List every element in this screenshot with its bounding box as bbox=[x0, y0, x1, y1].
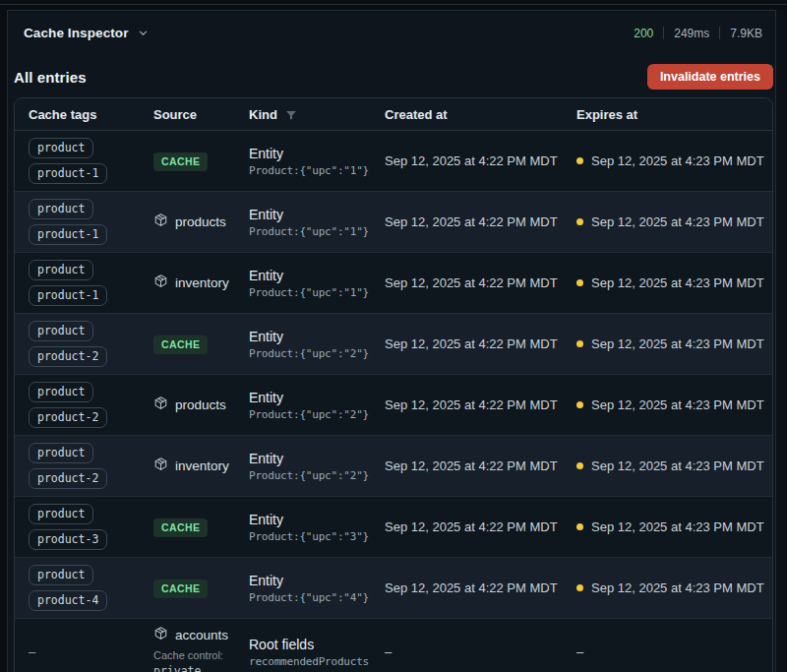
service-name: inventory bbox=[175, 458, 229, 473]
cache-tag-chip: product bbox=[29, 565, 93, 585]
expires-dot-icon bbox=[576, 462, 583, 469]
kind-detail: Product:{"upc":"2"} bbox=[249, 469, 371, 482]
table-row[interactable]: productproduct-1 CACHE Entity Product:{"… bbox=[15, 131, 772, 191]
empty-value: – bbox=[29, 644, 35, 659]
cache-tags-cell: productproduct-1 bbox=[15, 199, 140, 245]
cache-tags-cell: productproduct-2 bbox=[15, 382, 140, 428]
source-cell: products bbox=[140, 396, 235, 414]
source-cell: CACHE bbox=[140, 335, 235, 354]
cache-tag-chip: product-2 bbox=[29, 346, 107, 367]
table-row[interactable]: productproduct-4 CACHE Entity Product:{"… bbox=[15, 557, 772, 618]
column-header-created-at: Created at bbox=[371, 107, 563, 122]
cache-source-badge: CACHE bbox=[153, 336, 208, 354]
source-cell: CACHE bbox=[140, 518, 235, 537]
source-cell: inventory bbox=[140, 274, 235, 292]
created-at-cell: Sep 12, 2025 at 4:22 PM MDT bbox=[371, 275, 563, 290]
kind-detail: recommendedProducts bbox=[249, 655, 371, 668]
source-cell: CACHE bbox=[140, 152, 235, 171]
expires-dot-icon bbox=[576, 218, 583, 225]
table-row[interactable]: productproduct-2 CACHE Entity Product:{"… bbox=[15, 313, 772, 374]
cache-control-label: Cache control: bbox=[153, 649, 235, 661]
cache-entries-table: Cache tags Source Kind Created at Expire… bbox=[14, 97, 773, 672]
chevron-down-icon bbox=[138, 28, 149, 38]
service-name: products bbox=[175, 214, 226, 229]
expires-at-cell: Sep 12, 2025 at 4:23 PM MDT bbox=[563, 336, 772, 351]
expires-at-text: Sep 12, 2025 at 4:23 PM MDT bbox=[591, 336, 764, 351]
expires-at-cell: Sep 12, 2025 at 4:23 PM MDT bbox=[563, 519, 772, 534]
kind-title: Entity bbox=[249, 573, 371, 588]
kind-title: Entity bbox=[249, 390, 371, 405]
kind-detail: Product:{"upc":"1"} bbox=[249, 164, 371, 177]
cache-tags-cell: – bbox=[15, 644, 140, 659]
devtools-divider bbox=[0, 4, 787, 5]
package-icon bbox=[153, 274, 168, 292]
scrollbar-gutter[interactable] bbox=[775, 10, 787, 672]
package-icon bbox=[153, 457, 168, 475]
kind-title: Entity bbox=[249, 451, 371, 466]
column-header-source: Source bbox=[140, 107, 235, 122]
expires-at-cell: Sep 12, 2025 at 4:23 PM MDT bbox=[563, 458, 772, 473]
table-row[interactable]: productproduct-2 products Entity Product… bbox=[15, 374, 772, 435]
cache-control-value: private bbox=[153, 664, 235, 672]
created-at-cell: Sep 12, 2025 at 4:22 PM MDT bbox=[371, 336, 563, 351]
filter-icon[interactable] bbox=[285, 109, 297, 121]
cache-tag-chip: product bbox=[29, 199, 93, 219]
created-at-cell: Sep 12, 2025 at 4:22 PM MDT bbox=[371, 153, 563, 168]
cache-tag-chip: product bbox=[29, 382, 93, 402]
kind-detail: Product:{"upc":"1"} bbox=[249, 225, 371, 238]
table-row[interactable]: productproduct-1 inventory Entity Produc… bbox=[15, 252, 772, 313]
table-body: productproduct-1 CACHE Entity Product:{"… bbox=[15, 131, 772, 672]
divider bbox=[719, 27, 720, 39]
status-code: 200 bbox=[634, 27, 653, 40]
cache-tags-cell: productproduct-3 bbox=[15, 504, 140, 550]
expires-dot-icon bbox=[576, 340, 583, 347]
cache-tag-chip: product-3 bbox=[29, 529, 107, 550]
expires-at-text: Sep 12, 2025 at 4:23 PM MDT bbox=[591, 214, 764, 229]
divider bbox=[663, 27, 664, 39]
kind-cell: Entity Product:{"upc":"1"} bbox=[235, 268, 371, 299]
expires-dot-icon bbox=[576, 401, 583, 408]
kind-cell: Entity Product:{"upc":"4"} bbox=[235, 573, 371, 604]
package-icon bbox=[153, 213, 168, 231]
kind-cell: Entity Product:{"upc":"3"} bbox=[235, 512, 371, 543]
expires-at-text: Sep 12, 2025 at 4:23 PM MDT bbox=[591, 153, 764, 168]
expires-at-text: Sep 12, 2025 at 4:23 PM MDT bbox=[591, 458, 764, 473]
cache-tag-chip: product bbox=[29, 260, 93, 280]
inspector-selector[interactable]: Cache Inspector bbox=[24, 26, 149, 40]
expires-at-text: Sep 12, 2025 at 4:23 PM MDT bbox=[591, 275, 764, 290]
kind-title: Entity bbox=[249, 146, 371, 161]
kind-detail: Product:{"upc":"3"} bbox=[249, 530, 371, 543]
created-at-cell: Sep 12, 2025 at 4:22 PM MDT bbox=[371, 397, 563, 412]
cache-source-badge: CACHE bbox=[153, 519, 208, 537]
table-header-row: Cache tags Source Kind Created at Expire… bbox=[15, 98, 772, 131]
cache-tag-chip: product bbox=[29, 321, 93, 341]
expires-at-cell: – bbox=[563, 644, 772, 659]
expires-dot-icon bbox=[576, 279, 583, 286]
service-name: accounts bbox=[175, 628, 228, 642]
panel-header: Cache Inspector 200 249ms 7.9KB bbox=[24, 26, 762, 40]
kind-detail: Product:{"upc":"1"} bbox=[249, 286, 371, 299]
expires-at-cell: Sep 12, 2025 at 4:23 PM MDT bbox=[563, 153, 772, 168]
cache-tag-chip: product bbox=[29, 443, 93, 463]
cache-tag-chip: product-2 bbox=[29, 468, 107, 489]
created-at-cell: Sep 12, 2025 at 4:22 PM MDT bbox=[371, 214, 563, 229]
expires-at-text: Sep 12, 2025 at 4:23 PM MDT bbox=[591, 519, 764, 534]
created-at-cell: Sep 12, 2025 at 4:22 PM MDT bbox=[371, 519, 563, 534]
table-row[interactable]: productproduct-3 CACHE Entity Product:{"… bbox=[15, 496, 772, 557]
request-status: 200 249ms 7.9KB bbox=[634, 27, 762, 40]
kind-detail: Product:{"upc":"2"} bbox=[249, 408, 371, 421]
table-row[interactable]: productproduct-1 products Entity Product… bbox=[15, 191, 772, 252]
cache-tag-chip: product bbox=[29, 138, 93, 158]
kind-cell: Entity Product:{"upc":"2"} bbox=[235, 390, 371, 421]
source-cell: CACHE bbox=[140, 579, 235, 598]
source-cell: inventory bbox=[140, 457, 235, 475]
table-row[interactable]: – accounts Cache control: private Root f… bbox=[15, 618, 772, 672]
invalidate-entries-button[interactable]: Invalidate entries bbox=[647, 64, 773, 90]
expires-at-cell: Sep 12, 2025 at 4:23 PM MDT bbox=[563, 214, 772, 229]
service-name: products bbox=[175, 397, 226, 412]
cache-tags-cell: productproduct-1 bbox=[15, 260, 140, 306]
service-name: inventory bbox=[175, 275, 229, 290]
cache-tags-cell: productproduct-2 bbox=[15, 321, 140, 367]
table-row[interactable]: productproduct-2 inventory Entity Produc… bbox=[15, 435, 772, 496]
kind-title: Entity bbox=[249, 207, 371, 222]
